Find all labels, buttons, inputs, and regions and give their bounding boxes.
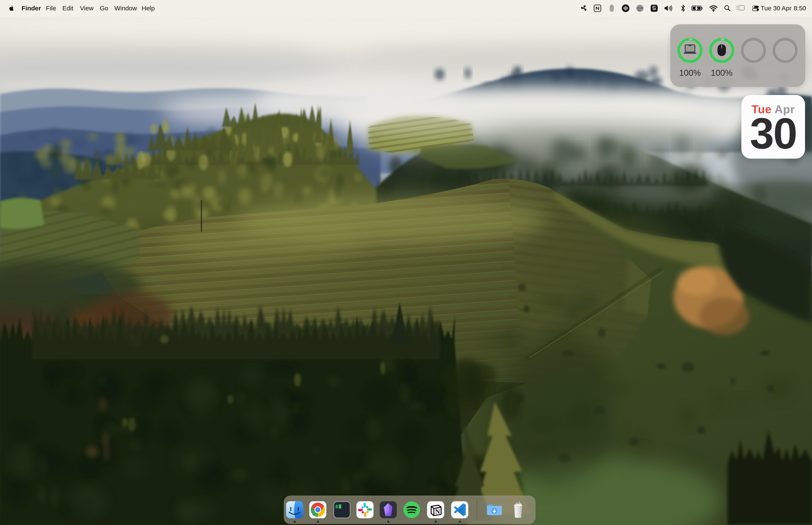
svg-text:$: $ — [335, 504, 338, 509]
svg-text:N: N — [435, 508, 440, 515]
